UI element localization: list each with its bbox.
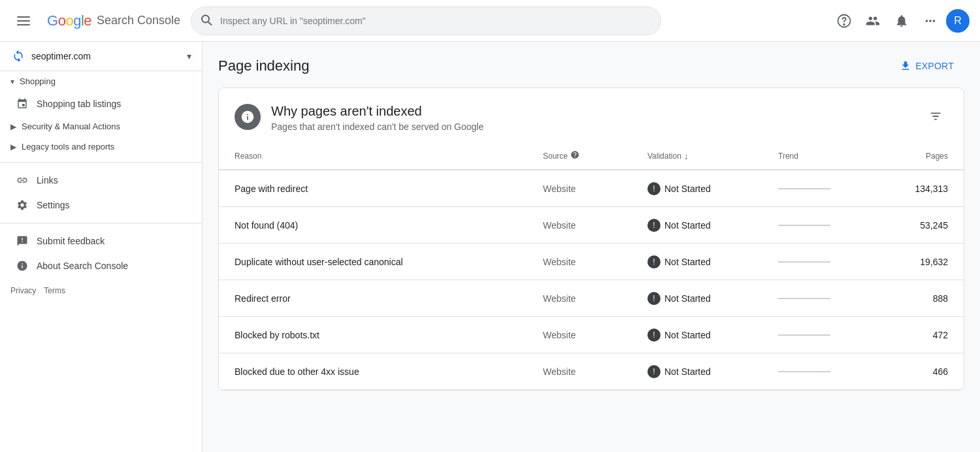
- sidebar-item-settings[interactable]: Settings: [0, 193, 191, 218]
- url-inspection-bar[interactable]: [191, 7, 661, 35]
- card-header: Why pages aren't indexed Pages that aren…: [219, 88, 964, 142]
- filter-icon[interactable]: [923, 104, 948, 132]
- sidebar-item-about[interactable]: About Search Console: [0, 253, 191, 278]
- cell-trend-1: [778, 218, 883, 233]
- sidebar-group-shopping: ▾ Shopping Shopping tab listings: [0, 71, 202, 116]
- header-trend: Trend: [778, 150, 883, 161]
- badge-dot-0: !: [647, 182, 661, 195]
- sidebar-group-legacy-header[interactable]: ▶ Legacy tools and reports: [0, 137, 202, 157]
- table-row[interactable]: Blocked by robots.txt Website ! Not Star…: [219, 317, 964, 353]
- cell-trend-3: [778, 291, 883, 306]
- property-name: seoptimer.com: [31, 51, 182, 61]
- sidebar-item-links[interactable]: Links: [0, 168, 191, 193]
- validation-badge-0: ! Not Started: [647, 182, 711, 195]
- badge-dot-5: !: [647, 365, 661, 378]
- apps-button[interactable]: [917, 8, 943, 34]
- header-pages: Pages: [883, 150, 948, 161]
- search-console-users-button[interactable]: [860, 8, 886, 34]
- sort-arrow-icon: ↓: [684, 151, 689, 161]
- cell-reason-2: Duplicate without user-selected canonica…: [235, 257, 543, 267]
- svg-point-6: [843, 24, 845, 25]
- submit-feedback-label: Submit feedback: [37, 236, 105, 246]
- table-row[interactable]: Page with redirect Website ! Not Started: [219, 170, 964, 207]
- sidebar-group-security: ▶ Security & Manual Actions: [0, 116, 202, 137]
- trend-chart-0: [778, 181, 830, 197]
- page-title: Page indexing: [218, 57, 309, 74]
- export-button[interactable]: EXPORT: [889, 55, 964, 77]
- settings-label: Settings: [37, 200, 70, 210]
- trend-chart-2: [778, 254, 830, 270]
- sidebar: seoptimer.com ▾ ▾ Shopping: [0, 42, 203, 452]
- table-row[interactable]: Blocked due to other 4xx issue Website !…: [219, 353, 964, 390]
- main-content: Page indexing EXPORT Why pa: [203, 42, 980, 452]
- table-row[interactable]: Duplicate without user-selected canonica…: [219, 244, 964, 280]
- sidebar-item-submit-feedback[interactable]: Submit feedback: [0, 229, 191, 253]
- badge-dot-3: !: [647, 292, 661, 305]
- cell-pages-2: 19,632: [883, 257, 948, 267]
- cell-pages-5: 466: [883, 366, 948, 377]
- source-help-icon[interactable]: [570, 150, 580, 161]
- cell-reason-0: Page with redirect: [235, 184, 543, 194]
- card-subtitle: Pages that aren't indexed can't be serve…: [271, 121, 913, 132]
- legacy-chevron-icon: ▶: [10, 142, 16, 152]
- security-chevron-icon: ▶: [10, 122, 16, 131]
- header-validation[interactable]: Validation ↓: [647, 150, 778, 161]
- sidebar-section: ▾ Shopping Shopping tab listings: [0, 71, 202, 303]
- cell-validation-0: ! Not Started: [647, 182, 778, 195]
- google-logo[interactable]: Google Search Console: [47, 12, 180, 29]
- property-selector[interactable]: seoptimer.com ▾: [0, 42, 202, 71]
- table-row[interactable]: Redirect error Website ! Not Started: [219, 280, 964, 317]
- cell-pages-4: 472: [883, 330, 948, 340]
- security-group-label: Security & Manual Actions: [22, 121, 120, 131]
- table-row[interactable]: Not found (404) Website ! Not Started: [219, 207, 964, 244]
- about-label: About Search Console: [37, 261, 128, 271]
- help-button[interactable]: [831, 8, 857, 34]
- app-name: Search Console: [97, 14, 180, 27]
- svg-line-4: [208, 22, 212, 25]
- cell-validation-1: ! Not Started: [647, 219, 778, 232]
- header-source: Source: [543, 150, 647, 161]
- badge-text-4: Not Started: [664, 330, 711, 340]
- cell-reason-1: Not found (404): [235, 220, 543, 231]
- links-icon: [16, 174, 29, 186]
- badge-dot-1: !: [647, 219, 661, 232]
- sidebar-item-shopping-tab-listings[interactable]: Shopping tab listings: [0, 91, 191, 116]
- terms-link[interactable]: Terms: [44, 286, 65, 295]
- why-not-indexed-card: Why pages aren't indexed Pages that aren…: [218, 88, 964, 391]
- badge-text-2: Not Started: [664, 257, 711, 267]
- validation-badge-3: ! Not Started: [647, 292, 711, 305]
- badge-dot-2: !: [647, 255, 661, 268]
- card-title: Why pages aren't indexed: [271, 104, 913, 119]
- table: Reason Source Validation: [219, 142, 964, 390]
- user-avatar[interactable]: R: [946, 9, 970, 33]
- cell-trend-4: [778, 327, 883, 343]
- svg-point-3: [202, 15, 209, 22]
- badge-text-5: Not Started: [664, 366, 711, 377]
- property-dropdown-icon[interactable]: ▾: [187, 51, 191, 61]
- url-inspection-input[interactable]: [191, 7, 661, 35]
- sidebar-group-security-header[interactable]: ▶ Security & Manual Actions: [0, 116, 202, 137]
- cell-source-3: Website: [543, 293, 647, 304]
- shopping-tab-listings-label: Shopping tab listings: [37, 99, 121, 109]
- feedback-icon: [16, 235, 29, 247]
- cell-validation-3: ! Not Started: [647, 292, 778, 305]
- validation-badge-5: ! Not Started: [647, 365, 711, 378]
- cell-pages-3: 888: [883, 293, 948, 304]
- notifications-button[interactable]: [889, 8, 915, 34]
- svg-rect-0: [17, 16, 30, 18]
- hamburger-menu-button[interactable]: [10, 8, 37, 34]
- links-label: Links: [37, 175, 58, 186]
- sidebar-group-shopping-header[interactable]: ▾ Shopping: [0, 71, 202, 91]
- cell-source-1: Website: [543, 220, 647, 231]
- property-icon: [10, 48, 26, 64]
- card-title-area: Why pages aren't indexed Pages that aren…: [271, 104, 913, 132]
- sidebar-divider-2: [0, 223, 202, 223]
- privacy-link[interactable]: Privacy: [10, 286, 36, 295]
- search-icon: [200, 13, 213, 28]
- cell-trend-0: [778, 181, 883, 197]
- trend-chart-1: [778, 218, 830, 233]
- cell-validation-5: ! Not Started: [647, 365, 778, 378]
- trend-chart-5: [778, 364, 830, 379]
- cell-reason-5: Blocked due to other 4xx issue: [235, 366, 543, 377]
- sidebar-group-legacy: ▶ Legacy tools and reports: [0, 137, 202, 157]
